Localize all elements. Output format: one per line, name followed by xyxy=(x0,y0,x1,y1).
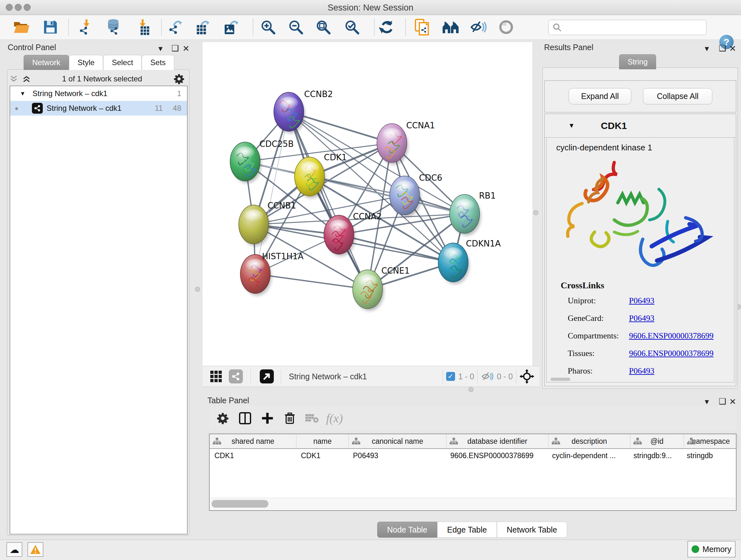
left-splitter-handle[interactable] xyxy=(195,287,200,292)
network-view-share-icon[interactable] xyxy=(229,369,243,383)
import-network-database-button[interactable] xyxy=(104,18,123,37)
network-node-ccnb1[interactable] xyxy=(239,205,270,246)
results-hscroll-thumb[interactable] xyxy=(550,378,570,381)
export-network-button[interactable] xyxy=(166,18,185,37)
network-edge[interactable] xyxy=(255,274,367,289)
collapse-all-button[interactable]: Collapse All xyxy=(643,88,712,105)
tab-network[interactable]: Network xyxy=(23,55,69,70)
collapse-all-icon[interactable] xyxy=(10,75,18,83)
tree-expand-arrow-icon[interactable]: ▼ xyxy=(20,90,25,97)
birdseye-view-icon[interactable] xyxy=(260,369,274,383)
table-cell[interactable]: 9606.ENSP00000378699 xyxy=(446,449,547,463)
crosslink-link[interactable]: 9606.ENSP00000378699 xyxy=(629,349,714,358)
table-cell[interactable]: CDK1 xyxy=(210,449,296,463)
grid-view-icon[interactable] xyxy=(210,370,222,383)
table-cell[interactable]: P06493 xyxy=(348,449,446,463)
zoom-selected-button[interactable] xyxy=(343,18,361,37)
table-row[interactable]: CDK1CDK1P064939606.ENSP00000378699cyclin… xyxy=(210,449,736,463)
table-panel-close-icon[interactable]: ✕ xyxy=(729,397,736,407)
cloud-status-button[interactable]: ☁ xyxy=(6,542,22,557)
network-node-rb1[interactable] xyxy=(450,194,481,236)
column-header-database-identifier[interactable]: database identifier xyxy=(447,434,549,448)
gene-collapse-arrow-icon[interactable]: ▼ xyxy=(568,122,575,129)
network-canvas[interactable]: CCNB2CCNA1CDC25BCDK1CDC6RB1CCNB1CCNA2CDK… xyxy=(203,42,532,366)
delete-table-button[interactable] xyxy=(301,409,323,428)
function-builder-button[interactable]: f(x) xyxy=(323,409,346,428)
network-graph[interactable]: CCNB2CCNA1CDC25BCDK1CDC6RB1CCNB1CCNA2CDK… xyxy=(203,42,532,366)
tab-node-table[interactable]: Node Table xyxy=(377,522,437,538)
table-cell[interactable]: stringdb:9... xyxy=(629,449,682,463)
copy-style-button[interactable] xyxy=(413,18,431,37)
network-node-ccnb2[interactable] xyxy=(274,92,305,133)
export-image-button[interactable] xyxy=(222,18,241,37)
results-panel-menu-arrow-icon[interactable]: ▼ xyxy=(703,45,711,53)
horizontal-splitter-handle[interactable] xyxy=(468,387,474,392)
zoom-fit-button[interactable] xyxy=(314,18,333,37)
column-header-shared-name[interactable]: shared name xyxy=(210,434,296,448)
table-hscroll-thumb[interactable] xyxy=(212,500,268,508)
tab-network-table[interactable]: Network Table xyxy=(497,522,567,538)
network-node-ccne1[interactable] xyxy=(353,270,384,311)
tab-select[interactable]: Select xyxy=(103,55,142,70)
expand-all-button[interactable]: Expand All xyxy=(569,88,631,105)
crosslink-link[interactable]: P06493 xyxy=(629,296,654,305)
crosslink-link[interactable]: P06493 xyxy=(629,314,654,323)
expand-all-icon[interactable] xyxy=(22,75,30,83)
network-node-cdk1[interactable] xyxy=(294,157,326,198)
column-header--id[interactable]: @id xyxy=(630,434,684,448)
show-columns-button[interactable] xyxy=(234,409,256,428)
network-options-gear-icon[interactable] xyxy=(174,73,185,84)
column-header-namespace[interactable]: namespace xyxy=(684,434,738,448)
table-panel-float-icon[interactable]: ❑ xyxy=(719,396,726,407)
network-node-cdkn1a[interactable] xyxy=(438,243,469,284)
network-tree-root-row[interactable]: ▼ String Network – cdk1 1 xyxy=(10,86,187,101)
import-table-file-button[interactable] xyxy=(133,18,152,37)
control-panel-close-icon[interactable]: ✕ xyxy=(183,44,190,54)
network-edge[interactable] xyxy=(255,112,289,274)
selected-nodes-checkbox-icon[interactable]: ✓ xyxy=(446,372,455,381)
create-column-button[interactable] xyxy=(256,409,279,428)
network-node-ccna1[interactable] xyxy=(377,124,408,165)
right-splitter-handle[interactable] xyxy=(533,210,538,215)
gene-section-header[interactable]: ▼ CDK1 xyxy=(545,114,736,138)
warnings-button[interactable] xyxy=(27,542,44,557)
zoom-in-button[interactable] xyxy=(259,18,277,37)
network-tree-row[interactable]: ● String Network – cdk1 11 48 xyxy=(10,101,187,116)
column-header-description[interactable]: description xyxy=(549,434,630,448)
import-network-file-button[interactable] xyxy=(77,18,96,37)
tab-sets[interactable]: Sets xyxy=(142,55,174,70)
delete-column-button[interactable] xyxy=(279,409,301,428)
results-panel-close-icon[interactable]: ✕ xyxy=(729,44,736,54)
column-header-name[interactable]: name xyxy=(296,434,349,448)
crosslink-link[interactable]: P06493 xyxy=(629,366,654,375)
hidden-items-eye-icon[interactable] xyxy=(481,371,494,381)
search-input[interactable] xyxy=(562,23,706,32)
zoom-out-button[interactable] xyxy=(286,18,305,37)
table-options-button[interactable] xyxy=(212,409,234,428)
table-cell[interactable]: cyclin-dependent ... xyxy=(547,449,629,463)
table-cell[interactable]: CDK1 xyxy=(296,449,348,463)
fit-content-crosshair-icon[interactable] xyxy=(520,369,534,384)
network-edge[interactable] xyxy=(289,112,367,289)
network-node-cdc6[interactable] xyxy=(390,176,421,217)
tab-edge-table[interactable]: Edge Table xyxy=(437,522,497,538)
first-neighbors-button[interactable] xyxy=(441,18,460,37)
control-panel-menu-arrow-icon[interactable]: ▼ xyxy=(157,45,164,53)
tab-style[interactable]: Style xyxy=(69,55,103,70)
open-file-button[interactable] xyxy=(12,18,31,37)
refresh-button[interactable] xyxy=(378,18,396,37)
network-node-ccna2[interactable] xyxy=(324,215,355,256)
export-table-button[interactable] xyxy=(194,18,212,37)
memory-button[interactable]: Memory xyxy=(687,541,736,557)
column-header-canonical-name[interactable]: canonical name xyxy=(349,434,447,448)
tab-string[interactable]: String xyxy=(619,54,656,69)
show-all-button[interactable] xyxy=(497,18,515,37)
save-session-button[interactable] xyxy=(41,18,60,37)
table-panel-menu-arrow-icon[interactable]: ▼ xyxy=(703,398,711,406)
crosslink-link[interactable]: 9606.ENSP00000378699 xyxy=(629,331,714,340)
table-hscrollbar[interactable] xyxy=(210,498,735,509)
control-panel-float-icon[interactable]: ❑ xyxy=(172,44,179,53)
hide-selected-button[interactable] xyxy=(469,18,488,37)
results-panel-float-icon[interactable]: ❑ xyxy=(719,44,726,53)
table-cell[interactable]: stringdb xyxy=(682,449,736,463)
